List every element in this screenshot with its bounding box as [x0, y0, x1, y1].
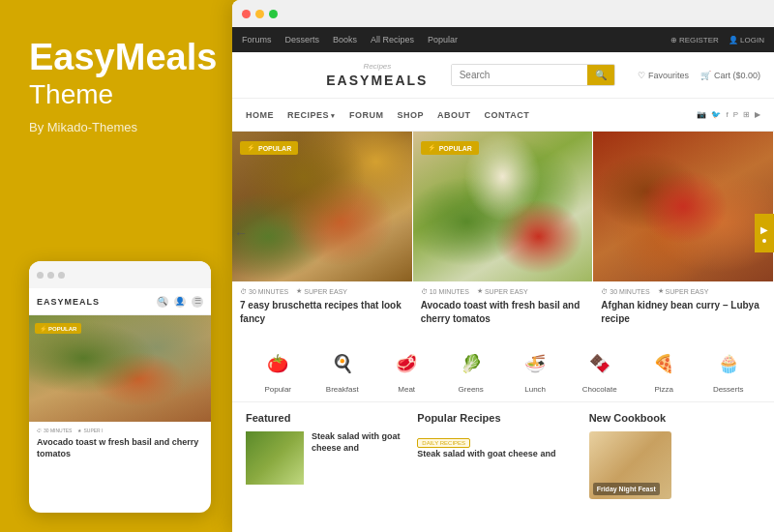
mobile-search-icon[interactable]: 🔍	[157, 296, 168, 308]
mobile-recipe-title: Avocado toast w fresh basil and cherry t…	[37, 437, 203, 459]
left-panel: EasyMeals Theme By Mikado-Themes EASYMEA…	[0, 0, 240, 532]
lunch-icon: 🍜	[518, 346, 552, 381]
search-input[interactable]	[452, 65, 587, 85]
twitter-icon[interactable]: 🐦	[711, 110, 721, 119]
mobile-lightning-icon: ⚡	[40, 325, 46, 332]
mobile-content-area: ⚡ POPULAR ⏱ 30 MINUTES ★ SUPER I Avocado…	[29, 315, 211, 509]
breakfast-icon: 🍳	[325, 346, 360, 381]
featured-item-title: Steak salad with goat cheese and	[312, 431, 407, 454]
category-lunch[interactable]: 🍜 Lunch	[518, 346, 552, 394]
recipe-card-1-image: ⚡ POPULAR	[232, 132, 412, 281]
lunch-label: Lunch	[524, 385, 546, 394]
nav-contact[interactable]: CONTACT	[484, 110, 529, 120]
daily-recipes-badge: DAILY RECIPES	[417, 438, 470, 448]
recipe-card-2-title: Avocado toast with fresh basil and cherr…	[421, 299, 585, 326]
mobile-user-icon[interactable]: 👤	[174, 296, 186, 308]
instagram-icon[interactable]: 📷	[697, 110, 706, 119]
register-link[interactable]: ⊕ REGISTER	[670, 36, 719, 44]
recipe-card-1-ease: ★ SUPER EASY	[296, 287, 347, 295]
content-area: ← ⚡ POPULAR ⏱ 30 MINUTES	[232, 132, 774, 532]
mobile-dot-1	[37, 272, 44, 279]
featured-thumbnail	[246, 431, 304, 485]
search-box: 🔍	[451, 64, 615, 86]
browser-minimize-dot[interactable]	[255, 10, 264, 18]
nav-home[interactable]: HOME	[246, 110, 274, 120]
category-desserts[interactable]: 🧁 Desserts	[711, 346, 746, 394]
breakfast-label: Breakfast	[326, 385, 359, 394]
popular-recipes-title: Popular Recipes	[417, 412, 579, 424]
logo-main-text: EASYMEALS	[326, 73, 428, 88]
mobile-popular-badge: ⚡ POPULAR	[35, 323, 81, 334]
featured-section: Featured Steak salad with goat cheese an…	[246, 412, 417, 499]
top-nav-all-recipes[interactable]: All Recipes	[371, 35, 414, 44]
mobile-dot-3	[58, 272, 65, 279]
prev-arrow[interactable]: ←	[234, 225, 248, 241]
nav-forum[interactable]: FORUM	[349, 110, 384, 120]
new-cookbook-thumbnail[interactable]: Friday Night Feast	[589, 431, 671, 499]
popular-label: Popular	[264, 385, 291, 394]
new-cookbook-title: New Cookbook	[589, 412, 751, 424]
recipe-card-1-time: ⏱ 30 MINUTES	[240, 287, 288, 295]
top-nav-popular[interactable]: Popular	[428, 35, 458, 44]
youtube-icon[interactable]: ▶	[755, 110, 760, 119]
new-cookbook-book-title: Friday Night Feast	[593, 483, 660, 495]
header-bar: Recipes EASYMEALS 🔍 ♡ Favourites 🛒 Cart …	[232, 52, 774, 99]
rss-icon[interactable]: ⊞	[743, 110, 750, 119]
main-nav: HOME RECIPES FORUM SHOP ABOUT CONTACT 📷 …	[232, 99, 774, 132]
mobile-nav-icons: 🔍 👤 ☰	[157, 296, 203, 308]
star-icon-1: ★	[296, 287, 302, 295]
nav-recipes[interactable]: RECIPES	[287, 110, 336, 120]
nav-about[interactable]: ABOUT	[437, 110, 471, 120]
lightning-icon-1: ⚡	[247, 144, 255, 152]
top-nav-desserts[interactable]: Desserts	[285, 35, 320, 44]
top-nav-right: ⊕ REGISTER 👤 LOGIN	[670, 36, 764, 44]
recipe-card-2[interactable]: ⚡ POPULAR ⏱ 10 MINUTES ★ SUPER EASY	[413, 132, 594, 335]
popular-recipe-item[interactable]: DAILY RECIPES Steak salad with goat chee…	[417, 431, 579, 458]
desserts-icon: 🧁	[711, 346, 746, 381]
category-popular[interactable]: 🍅 Popular	[260, 346, 295, 394]
mobile-ease-meta: ★ SUPER I	[77, 428, 103, 433]
clock-icon-1: ⏱	[240, 288, 247, 295]
mobile-menu-icon[interactable]: ☰	[192, 296, 203, 308]
new-cookbook-section: New Cookbook Friday Night Feast	[589, 412, 760, 499]
category-chocolate[interactable]: 🍫 Chocolate	[582, 346, 617, 394]
nav-shop[interactable]: SHOP	[397, 110, 424, 120]
pizza-icon: 🍕	[646, 346, 681, 381]
featured-text: Steak salad with goat cheese and	[312, 431, 407, 485]
meat-label: Meat	[398, 385, 415, 394]
mobile-clock-icon: ⏱	[37, 428, 42, 433]
mobile-brand-label: EASYMEALS	[37, 297, 100, 307]
recipe-card-3-title: Afghan kidney bean curry – Lubya recipe	[601, 299, 765, 326]
category-meat[interactable]: 🥩 Meat	[389, 346, 424, 394]
category-breakfast[interactable]: 🍳 Breakfast	[325, 346, 360, 394]
search-button[interactable]: 🔍	[587, 65, 614, 85]
recipe-card-3-meta: ⏱ 30 MINUTES ★ SUPER EASY	[601, 287, 765, 295]
recipe-card-2-time: ⏱ 10 MINUTES	[421, 287, 469, 295]
mobile-time-meta: ⏱ 30 MINUTES	[37, 428, 72, 433]
facebook-icon[interactable]: f	[726, 110, 728, 119]
brand-by: By Mikado-Themes	[29, 120, 211, 134]
recipe-card-1[interactable]: ⚡ POPULAR ⏱ 30 MINUTES ★ SUPER EASY	[232, 132, 413, 335]
logo-script-text: Recipes	[326, 62, 428, 71]
greens-label: Greens	[459, 385, 484, 394]
pinterest-icon[interactable]: P	[733, 110, 738, 119]
recipe-card-3[interactable]: ⏱ 30 MINUTES ★ SUPER EASY Afghan kidney …	[593, 132, 774, 335]
chocolate-label: Chocolate	[582, 385, 617, 394]
cart-link[interactable]: 🛒 Cart ($0.00)	[700, 71, 760, 80]
browser-close-dot[interactable]	[242, 10, 251, 18]
clock-icon-3: ⏱	[601, 288, 608, 295]
top-nav-links: Forums Desserts Books All Recipes Popula…	[242, 35, 458, 44]
favourites-link[interactable]: ♡ Favourites	[638, 71, 689, 80]
pizza-label: Pizza	[654, 385, 673, 394]
category-pizza[interactable]: 🍕 Pizza	[646, 346, 681, 394]
main-nav-social: 📷 🐦 f P ⊞ ▶	[697, 110, 760, 119]
login-link[interactable]: 👤 LOGIN	[729, 36, 764, 44]
mobile-mockup: EASYMEALS 🔍 👤 ☰ ⚡ POPULAR ⏱ 30 MINUTES	[29, 261, 211, 513]
scroll-right-button[interactable]: ▶	[755, 214, 774, 252]
top-nav-forums[interactable]: Forums	[242, 35, 272, 44]
featured-title: Featured	[246, 412, 407, 424]
top-nav-books[interactable]: Books	[333, 35, 357, 44]
featured-item[interactable]: Steak salad with goat cheese and	[246, 431, 407, 485]
browser-maximize-dot[interactable]	[269, 10, 278, 18]
category-greens[interactable]: 🥬 Greens	[454, 346, 489, 394]
